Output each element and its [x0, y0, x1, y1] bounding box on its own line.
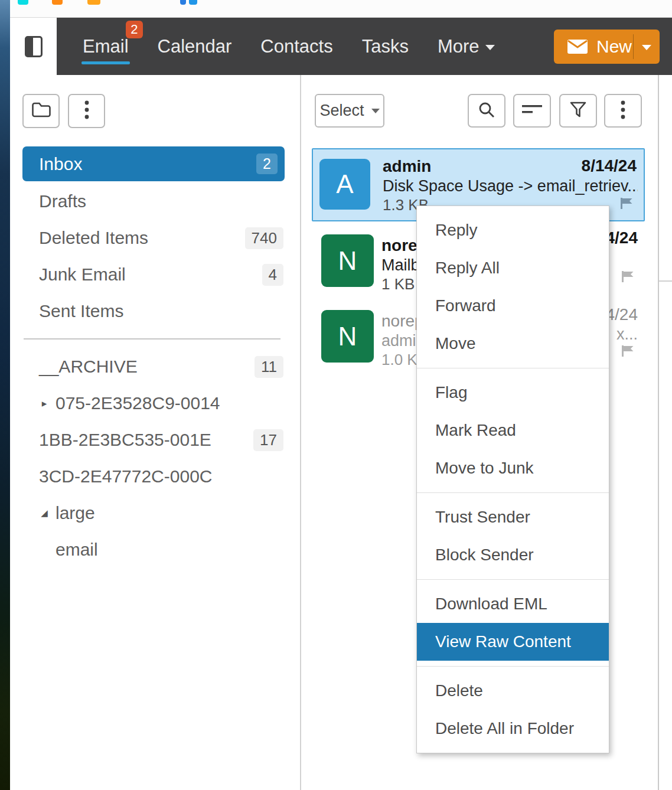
- nav-tab-contacts[interactable]: Contacts: [260, 36, 332, 57]
- sidebar-section-divider: [24, 338, 280, 339]
- unread-count-badge: 2: [256, 154, 278, 174]
- menu-item-view-raw-content[interactable]: View Raw Content: [417, 623, 609, 661]
- menu-item-reply[interactable]: Reply: [417, 211, 609, 249]
- flag-icon[interactable]: [621, 270, 636, 285]
- select-label: Select: [319, 102, 364, 120]
- context-menu-section: Reply Reply All Forward Move: [417, 206, 609, 368]
- browser-tab-icon: [189, 0, 197, 5]
- button-split-divider: [633, 34, 634, 59]
- folder-label: Deleted Items: [39, 228, 148, 248]
- sidebar-item-email[interactable]: email: [22, 531, 285, 568]
- folder-label: 3CD-2E47772C-000C: [39, 466, 213, 487]
- sidebar-collapse-button[interactable]: [10, 18, 57, 75]
- expand-expanded-icon[interactable]: ◢: [37, 508, 52, 518]
- sort-button[interactable]: [513, 94, 551, 128]
- folder-label: Sent Items: [39, 301, 123, 321]
- sidebar-item-075-2E3528C9-0014[interactable]: ▸ 075-2E3528C9-0014: [22, 385, 285, 422]
- nav-tab-calendar[interactable]: Calendar: [158, 36, 232, 57]
- context-menu-section: Delete Delete All in Folder: [417, 666, 609, 753]
- kebab-menu-icon: [621, 100, 625, 122]
- browser-chrome-strip: [10, 0, 672, 18]
- chevron-down-icon: [371, 109, 380, 113]
- envelope-icon: [567, 39, 588, 54]
- nav-tab-label: Tasks: [362, 36, 409, 57]
- new-button-label: New: [596, 37, 632, 57]
- context-menu-section: Trust Sender Block Sender: [417, 492, 609, 579]
- sidebar-item-deleted-items[interactable]: Deleted Items 740: [22, 220, 285, 256]
- email-unread-badge: 2: [126, 21, 142, 38]
- count-badge: 17: [253, 429, 283, 451]
- sort-icon: [521, 104, 543, 118]
- nav-tab-label: Email: [83, 36, 129, 57]
- flag-icon[interactable]: [620, 197, 635, 212]
- new-email-button[interactable]: New: [554, 30, 660, 64]
- menu-item-download-eml[interactable]: Download EML: [417, 585, 609, 623]
- folder-label: Junk Email: [39, 265, 126, 285]
- reading-pane-divider: [659, 280, 672, 282]
- panel-collapse-icon: [25, 36, 43, 57]
- folder-label: large: [56, 503, 95, 523]
- browser-tab-icon: [180, 0, 186, 5]
- browser-tab-icon: [18, 0, 28, 5]
- nav-tab-label: Calendar: [158, 36, 232, 57]
- nav-tab-label: More: [438, 36, 479, 57]
- sidebar-item-inbox[interactable]: Inbox 2: [22, 146, 285, 181]
- sidebar-item-large[interactable]: ◢ large: [22, 495, 285, 531]
- folder-options-button[interactable]: [68, 94, 105, 128]
- sender-avatar: N: [321, 234, 374, 287]
- count-badge: 11: [255, 356, 283, 378]
- list-options-button[interactable]: [604, 94, 642, 128]
- panel-divider: [658, 75, 659, 790]
- select-dropdown-button[interactable]: Select: [315, 94, 384, 128]
- menu-item-delete-all-in-folder[interactable]: Delete All in Folder: [417, 710, 609, 747]
- browser-tab-icon: [87, 0, 100, 5]
- desktop-wallpaper-strip: [0, 0, 10, 790]
- sidebar-item-drafts[interactable]: Drafts: [22, 183, 285, 220]
- folder-label: 1BB-2E3BC535-001E: [39, 430, 211, 450]
- email-context-menu: Reply Reply All Forward Move Flag Mark R…: [416, 205, 609, 753]
- filter-icon: [569, 101, 587, 121]
- menu-item-flag[interactable]: Flag: [417, 374, 609, 412]
- menu-item-reply-all[interactable]: Reply All: [417, 249, 609, 287]
- nav-tab-tasks[interactable]: Tasks: [362, 36, 409, 57]
- top-navigation-bar: Email 2 Calendar Contacts Tasks More New: [57, 18, 672, 75]
- active-tab-underline: [81, 61, 130, 64]
- flag-icon[interactable]: [621, 344, 636, 360]
- folder-label: __ARCHIVE: [39, 357, 138, 377]
- menu-item-move-to-junk[interactable]: Move to Junk: [417, 449, 609, 487]
- menu-item-move[interactable]: Move: [417, 325, 609, 363]
- expand-collapsed-icon[interactable]: ▸: [37, 397, 52, 410]
- folder-sidebar: Inbox 2 Drafts Deleted Items 740 Junk Em…: [10, 75, 300, 790]
- sidebar-item-1BB-2E3BC535-001E[interactable]: 1BB-2E3BC535-001E 17: [22, 422, 285, 458]
- menu-item-block-sender[interactable]: Block Sender: [417, 536, 609, 574]
- webmail-app: Email 2 Calendar Contacts Tasks More New: [0, 0, 672, 790]
- sender-avatar: N: [321, 310, 374, 363]
- context-menu-section: Download EML View Raw Content: [417, 579, 609, 666]
- sender-avatar: A: [319, 159, 370, 210]
- menu-item-forward[interactable]: Forward: [417, 287, 609, 325]
- folder-label: Drafts: [39, 191, 86, 211]
- nav-tab-label: Contacts: [260, 36, 332, 57]
- email-sender: admin: [383, 156, 638, 177]
- menu-item-delete[interactable]: Delete: [417, 672, 609, 710]
- nav-tab-more[interactable]: More: [438, 36, 495, 57]
- filter-button[interactable]: [559, 94, 597, 128]
- menu-item-trust-sender[interactable]: Trust Sender: [417, 498, 609, 536]
- folder-label: 075-2E3528C9-0014: [56, 393, 220, 413]
- chevron-down-icon: [485, 45, 495, 50]
- sidebar-item-archive[interactable]: __ARCHIVE 11: [22, 348, 285, 385]
- email-subject: Disk Space Usage -> email_retriev...: [383, 177, 638, 196]
- chevron-down-icon[interactable]: [642, 45, 651, 50]
- browser-tab-icon: [52, 0, 63, 5]
- sidebar-item-3CD-2E47772C-000C[interactable]: 3CD-2E47772C-000C: [22, 458, 285, 495]
- new-folder-button[interactable]: [22, 94, 60, 128]
- search-button[interactable]: [468, 94, 505, 128]
- count-badge: 4: [262, 264, 283, 286]
- folder-label: email: [56, 540, 98, 560]
- menu-item-mark-read[interactable]: Mark Read: [417, 412, 609, 449]
- nav-tab-email[interactable]: Email 2: [83, 36, 129, 57]
- search-icon: [478, 101, 495, 121]
- sidebar-item-sent-items[interactable]: Sent Items: [22, 293, 285, 329]
- folder-label: Inbox: [39, 154, 82, 174]
- sidebar-item-junk-email[interactable]: Junk Email 4: [22, 256, 285, 293]
